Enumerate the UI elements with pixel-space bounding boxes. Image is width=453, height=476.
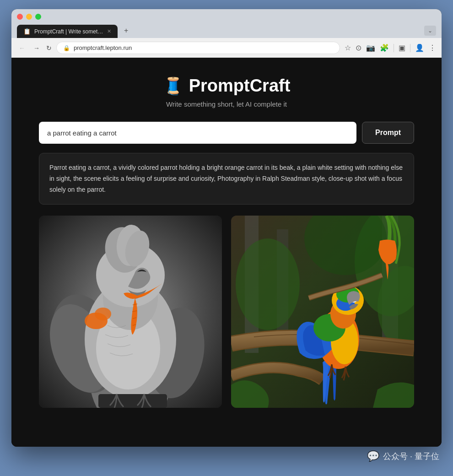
bookmark-icon[interactable]: ☆ [345,43,351,52]
page-content: 🧵 PromptCraft Write something short, let… [11,58,442,447]
watermark-text: 公众号 · 量子位 [383,451,439,462]
extension-icon[interactable]: 🧩 [380,43,389,52]
menu-icon[interactable]: ⋮ [429,43,436,52]
ssl-icon: 🔒 [63,45,70,51]
url-bar[interactable]: 🔒 promptcraft.lepton.run [56,42,340,54]
forward-button[interactable]: → [32,43,42,53]
parrot-image-1 [39,216,222,408]
prompt-button[interactable]: Prompt [362,122,414,144]
prompt-result: Parrot eating a carrot, a vividly colore… [39,153,414,205]
prompt-bar: Prompt [39,122,414,144]
close-button[interactable] [17,14,23,20]
watermark: 💬 公众号 · 量子位 [367,450,439,462]
minimize-button[interactable] [26,14,32,20]
url-text: promptcraft.lepton.run [74,44,333,51]
camera-icon[interactable]: 📷 [366,43,375,52]
tab-favicon: 📋 [23,28,31,35]
tab-close-icon[interactable]: ✕ [107,28,111,34]
new-tab-button[interactable]: + [119,23,133,38]
images-grid [39,216,414,408]
tab-title: PromptCraft | Write somethin... [34,28,103,35]
svg-point-21 [95,308,111,320]
address-actions: ☆ ⊙ 📷 🧩 ▣ 👤 ⋮ [345,43,436,52]
browser-chrome: 📋 PromptCraft | Write somethin... ✕ + ⌄ [11,9,442,38]
refresh-button[interactable]: ↻ [46,44,52,52]
svg-point-28 [236,238,300,330]
prompt-input[interactable] [39,122,356,144]
parrot-image-2 [231,216,414,408]
divider [394,44,394,52]
browser-window: 📋 PromptCraft | Write somethin... ✕ + ⌄ … [11,9,442,447]
maximize-button[interactable] [35,14,41,20]
watermark-icon: 💬 [367,450,379,462]
address-bar: ← → ↻ 🔒 promptcraft.lepton.run ☆ ⊙ 📷 🧩 ▣… [11,38,442,58]
back-button[interactable]: ← [17,43,27,53]
app-header: 🧵 PromptCraft Write something short, let… [39,76,414,108]
tab-expand-button[interactable]: ⌄ [424,26,436,36]
traffic-lights [17,14,436,20]
profile-icon[interactable]: ⊙ [356,43,361,52]
image-card-2 [231,216,414,408]
active-tab[interactable]: 📋 PromptCraft | Write somethin... ✕ [17,25,118,38]
image-card-1 [39,216,222,408]
sidebar-icon[interactable]: ▣ [399,43,405,52]
svg-rect-22 [98,394,167,408]
app-subtitle: Write something short, let AI complete i… [39,100,414,108]
app-title-text: PromptCraft [189,76,291,96]
result-text: Parrot eating a carrot, a vividly colore… [49,164,403,193]
divider-2 [410,44,410,52]
app-title: 🧵 PromptCraft [39,76,414,96]
tab-bar: 📋 PromptCraft | Write somethin... ✕ + ⌄ [17,23,436,38]
user-avatar[interactable]: 👤 [415,43,424,52]
app-logo-icon: 🧵 [163,76,183,96]
